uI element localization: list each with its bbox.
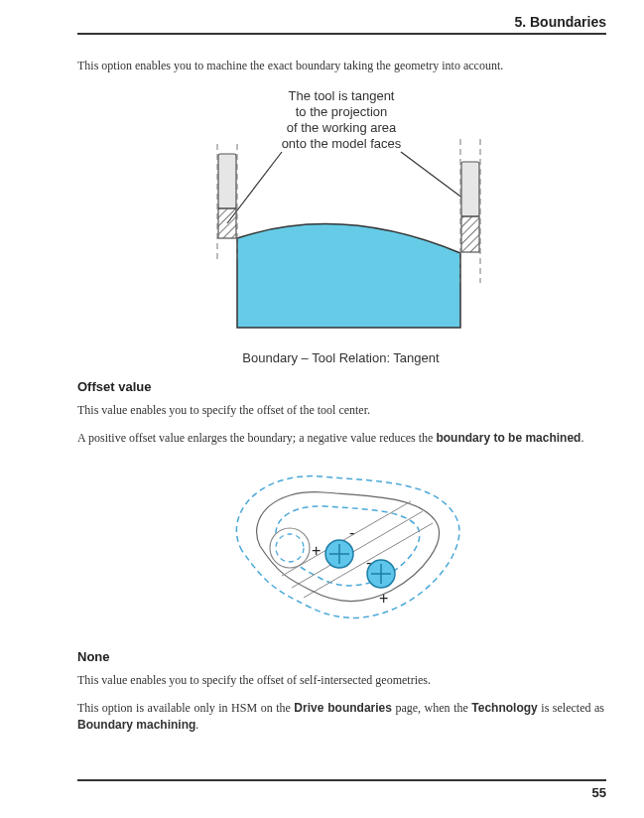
offset-p2-text: A positive offset value enlarges the bou… (77, 431, 436, 445)
svg-text:onto the model faces: onto the model faces (281, 136, 401, 151)
svg-text:The tool is tangent: The tool is tangent (288, 88, 394, 103)
none-p2-c: page, when the (392, 701, 471, 715)
offset-p2-end: . (580, 431, 583, 445)
svg-text:-: - (366, 554, 371, 571)
intro-paragraph: This option enables you to machine the e… (77, 58, 604, 74)
offset-paragraph-2: A positive offset value enlarges the bou… (77, 430, 604, 447)
offset-p2-bold: boundary to be machined (436, 431, 580, 445)
footer-rule (77, 779, 606, 781)
page-footer: 55 (77, 779, 606, 800)
svg-text:+: + (312, 542, 321, 559)
svg-text:+: + (379, 590, 388, 607)
page: 5. Boundaries This option enables you to… (0, 0, 644, 818)
none-p2-a: This option is available only in HSM on … (77, 701, 294, 715)
svg-text:-: - (349, 524, 354, 541)
offset-diagram-svg: + - - + (212, 457, 470, 635)
svg-rect-13 (461, 162, 479, 216)
page-content: This option enables you to machine the e… (77, 58, 604, 744)
none-p2-g: . (195, 718, 198, 732)
page-number: 55 (77, 785, 606, 800)
svg-text:to the projection: to the projection (295, 104, 387, 119)
svg-rect-14 (461, 216, 479, 252)
figure-offset: + - - + (77, 457, 604, 635)
none-p2-d: Technology (471, 701, 537, 715)
none-paragraph-1: This value enables you to specify the of… (77, 672, 604, 689)
chapter-title: 5. Boundaries (77, 14, 606, 33)
figure-tangent: The tool is tangent to the projection of… (77, 84, 604, 365)
offset-paragraph-1: This value enables you to specify the of… (77, 402, 604, 419)
none-p2-b: Drive boundaries (294, 701, 392, 715)
svg-line-5 (401, 152, 463, 199)
page-header: 5. Boundaries (77, 14, 606, 35)
svg-rect-9 (218, 154, 236, 208)
none-p2-f: Boundary machining (77, 718, 195, 732)
none-p2-e: is selected as (538, 701, 604, 715)
figure-tangent-caption: Boundary – Tool Relation: Tangent (242, 350, 439, 365)
heading-none: None (77, 649, 604, 664)
header-rule (77, 33, 606, 35)
heading-offset-value: Offset value (77, 379, 604, 394)
tangent-diagram-svg: The tool is tangent to the projection of… (183, 84, 500, 342)
svg-rect-10 (218, 208, 236, 238)
svg-text:of the working area: of the working area (286, 120, 396, 135)
none-paragraph-2: This option is available only in HSM on … (77, 700, 604, 735)
